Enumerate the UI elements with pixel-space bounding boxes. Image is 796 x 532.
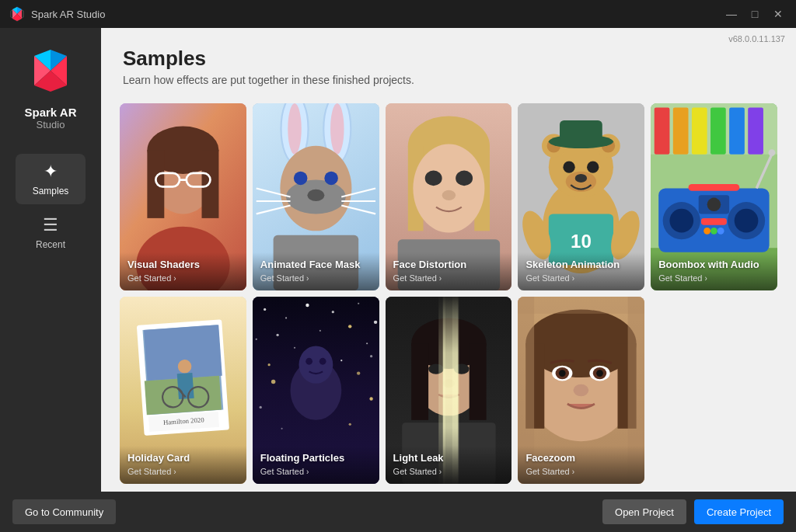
svg-point-43 bbox=[413, 144, 484, 233]
svg-point-113 bbox=[294, 347, 295, 349]
svg-point-78 bbox=[735, 209, 759, 233]
bottom-bar-right: Open Project Create Project bbox=[602, 499, 784, 524]
sample-card-skeleton-animation[interactable]: 10 bbox=[518, 103, 644, 290]
svg-point-120 bbox=[319, 358, 326, 365]
svg-point-62 bbox=[575, 174, 587, 183]
maximize-button[interactable]: □ bbox=[746, 5, 763, 23]
svg-rect-16 bbox=[147, 150, 164, 218]
cta-arrow-holiday-card: › bbox=[173, 468, 176, 476]
svg-point-107 bbox=[255, 339, 257, 340]
cta-arrow-skeleton-animation: › bbox=[572, 274, 574, 283]
main-layout: Spark AR Studio ✦ Samples ☰ Recent v68.0… bbox=[0, 28, 796, 492]
open-project-button[interactable]: Open Project bbox=[602, 499, 686, 524]
svg-rect-17 bbox=[201, 150, 218, 218]
svg-rect-70 bbox=[692, 107, 707, 154]
samples-grid: Visual Shaders Get Started › bbox=[101, 96, 796, 492]
sample-card-boombox-with-audio[interactable]: Boombox with Audio Get Started › bbox=[651, 103, 777, 290]
title-bar: Spark AR Studio — □ ✕ bbox=[0, 0, 796, 28]
cta-arrow-light-leak: › bbox=[439, 468, 442, 476]
svg-point-149 bbox=[597, 370, 604, 377]
card-overlay-facezoom: Facezoom Get Started › bbox=[518, 446, 644, 484]
card-label-visual-shaders: Visual Shaders bbox=[127, 259, 239, 271]
svg-point-146 bbox=[559, 370, 566, 377]
svg-point-35 bbox=[294, 172, 308, 186]
card-label-animated-face-mask: Animated Face Mask bbox=[260, 259, 372, 271]
card-label-face-distortion: Face Distortion bbox=[393, 259, 504, 271]
card-cta-animated-face-mask: Get Started › bbox=[260, 273, 372, 283]
svg-text:10: 10 bbox=[571, 231, 592, 252]
svg-point-102 bbox=[285, 317, 287, 318]
sample-card-face-distortion[interactable]: Face Distortion Get Started › bbox=[386, 103, 512, 290]
svg-point-111 bbox=[366, 342, 368, 344]
card-label-facezoom: Facezoom bbox=[525, 452, 637, 464]
svg-point-126 bbox=[348, 423, 351, 426]
close-button[interactable]: ✕ bbox=[770, 5, 787, 23]
card-overlay-holiday-card: Holiday Card Get Started › bbox=[120, 446, 246, 484]
version-badge: v68.0.0.11.137 bbox=[728, 34, 785, 43]
card-cta-facezoom: Get Started › bbox=[525, 467, 637, 476]
sidebar-brand: Spark AR Studio bbox=[25, 106, 77, 130]
cta-arrow-visual-shaders: › bbox=[173, 274, 176, 283]
svg-point-85 bbox=[717, 228, 724, 235]
svg-point-37 bbox=[307, 190, 324, 201]
card-label-floating-particles: Floating Particles bbox=[260, 452, 372, 464]
svg-point-101 bbox=[264, 308, 266, 311]
svg-rect-81 bbox=[689, 184, 740, 191]
svg-point-116 bbox=[370, 355, 372, 357]
card-overlay-boombox: Boombox with Audio Get Started › bbox=[651, 252, 777, 290]
sidebar-item-recent[interactable]: ☰ Recent bbox=[16, 207, 86, 258]
svg-rect-69 bbox=[673, 107, 689, 154]
sample-card-holiday-card[interactable]: Hamilton 2020 Holiday Card Get Started › bbox=[120, 297, 246, 484]
card-overlay-animated-face-mask: Animated Face Mask Get Started › bbox=[253, 252, 379, 290]
content-area: v68.0.0.11.137 Samples Learn how effects… bbox=[101, 28, 796, 492]
sample-card-animated-face-mask[interactable]: Animated Face Mask Get Started › bbox=[253, 103, 379, 290]
svg-point-80 bbox=[707, 198, 721, 212]
cta-arrow-floating-particles: › bbox=[306, 468, 309, 476]
svg-rect-73 bbox=[748, 107, 763, 154]
cta-arrow-animated-face-mask: › bbox=[306, 274, 309, 283]
title-bar-controls: — □ ✕ bbox=[723, 5, 787, 23]
svg-point-124 bbox=[369, 397, 372, 400]
svg-rect-94 bbox=[177, 373, 194, 399]
svg-point-108 bbox=[276, 334, 278, 336]
svg-point-123 bbox=[259, 406, 261, 409]
card-overlay-skeleton-animation: Skeleton Animation Get Started › bbox=[518, 252, 644, 290]
card-cta-holiday-card: Get Started › bbox=[127, 467, 239, 476]
svg-point-104 bbox=[331, 311, 333, 313]
go-to-community-button[interactable]: Go to Community bbox=[12, 499, 116, 524]
svg-point-125 bbox=[281, 428, 282, 429]
svg-point-105 bbox=[358, 303, 359, 304]
svg-rect-72 bbox=[729, 107, 745, 154]
card-overlay-visual-shaders: Visual Shaders Get Started › bbox=[120, 252, 246, 290]
svg-rect-71 bbox=[710, 107, 726, 154]
card-label-light-leak: Light Leak bbox=[393, 452, 504, 464]
svg-rect-82 bbox=[701, 218, 727, 225]
card-overlay-face-distortion: Face Distortion Get Started › bbox=[386, 252, 512, 290]
svg-point-109 bbox=[319, 330, 321, 332]
sidebar-item-samples[interactable]: ✦ Samples bbox=[16, 154, 86, 204]
svg-point-122 bbox=[357, 371, 360, 374]
create-project-button[interactable]: Create Project bbox=[694, 499, 784, 524]
sample-card-floating-particles[interactable]: Floating Particles Get Started › bbox=[253, 297, 379, 484]
svg-point-59 bbox=[564, 161, 575, 172]
sample-card-light-leak[interactable]: Light Leak Get Started › bbox=[386, 297, 512, 484]
card-overlay-light-leak: Light Leak Get Started › bbox=[386, 446, 512, 484]
card-cta-visual-shaders: Get Started › bbox=[127, 273, 239, 283]
bottom-bar: Go to Community Open Project Create Proj… bbox=[0, 492, 796, 532]
sample-card-visual-shaders[interactable]: Visual Shaders Get Started › bbox=[120, 103, 246, 290]
sample-card-facezoom[interactable]: Facezoom Get Started › bbox=[518, 297, 644, 484]
sidebar-item-samples-label: Samples bbox=[33, 186, 69, 196]
svg-rect-131 bbox=[469, 343, 486, 420]
card-cta-floating-particles: Get Started › bbox=[260, 467, 372, 476]
svg-point-36 bbox=[324, 172, 338, 186]
title-bar-text: Spark AR Studio bbox=[31, 9, 723, 20]
card-overlay-floating-particles: Floating Particles Get Started › bbox=[253, 446, 379, 484]
card-label-holiday-card: Holiday Card bbox=[127, 452, 239, 464]
cta-arrow-face-distortion: › bbox=[439, 274, 442, 283]
sidebar: Spark AR Studio ✦ Samples ☰ Recent bbox=[0, 28, 101, 492]
minimize-button[interactable]: — bbox=[723, 5, 740, 23]
svg-point-106 bbox=[374, 321, 377, 324]
svg-point-115 bbox=[340, 360, 342, 361]
sidebar-brand-name: Spark AR bbox=[25, 106, 77, 119]
svg-point-24 bbox=[288, 103, 302, 155]
